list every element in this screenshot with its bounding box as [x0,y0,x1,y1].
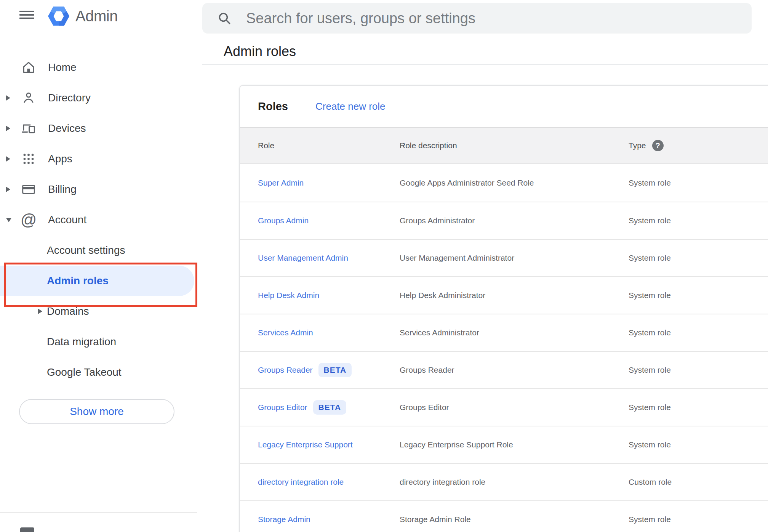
sidebar-item-account-settings[interactable]: Account settings [0,235,202,266]
sidebar-item-label: Apps [48,153,72,165]
sidebar-item-label: Home [48,61,77,74]
role-type: System role [629,216,768,225]
search-bar[interactable] [202,3,752,34]
sidebar-item-label: Google Takeout [47,366,122,378]
chevron-right-icon [6,126,10,131]
table-row: Help Desk Admin Help Desk Administrator … [240,276,768,314]
home-icon [21,60,36,75]
sidebar-item-domains[interactable]: Domains [0,296,202,327]
show-more-button[interactable]: Show more [19,399,174,424]
create-new-role-link[interactable]: Create new role [315,101,386,112]
role-description: directory integration role [400,478,629,487]
role-type: System role [629,291,768,300]
table-row: Groups Admin Groups Administrator System… [240,202,768,239]
sidebar-item-account[interactable]: @ Account [0,205,202,235]
chevron-right-icon [6,187,10,192]
role-type: System role [629,403,768,412]
header-divider [202,64,768,65]
chevron-right-icon [6,95,10,101]
admin-hexagon-icon [48,6,69,26]
sidebar-item-label: Devices [48,122,86,135]
sidebar-item-data-migration[interactable]: Data migration [0,327,202,357]
role-type: Custom role [629,478,768,487]
role-description: User Management Administrator [400,253,629,263]
sidebar-item-billing[interactable]: Billing [0,174,202,205]
chevron-right-icon [38,309,42,314]
roles-panel: Roles Create new role Role Role descript… [239,85,768,532]
role-type: System role [629,440,768,449]
role-description: Groups Administrator [400,216,629,225]
chevron-right-icon [6,156,10,162]
logo-text: Admin [75,6,118,26]
table-row: Groups Editor BETA Groups Editor System … [240,388,768,426]
table-row: Services Admin Services Administrator Sy… [240,314,768,351]
table-row: Super Admin Google Apps Administrator Se… [240,164,768,202]
column-header-description: Role description [400,141,629,150]
table-row: User Management Admin User Management Ad… [240,239,768,276]
sidebar-item-label: Admin roles [47,275,109,287]
column-header-role: Role [258,141,400,150]
show-more-label: Show more [70,405,124,418]
apps-grid-icon [21,152,36,166]
role-link[interactable]: Storage Admin [258,515,310,524]
sidebar: Admin Home [0,0,202,532]
role-description: Google Apps Administrator Seed Role [400,178,629,187]
sidebar-item-apps[interactable]: Apps [0,144,202,174]
sidebar-nav: Home Directory [0,52,202,388]
devices-icon [21,121,36,136]
admin-console-screen: Admin Home [0,0,768,532]
role-type: System role [629,178,768,187]
role-link[interactable]: Legacy Enterprise Support [258,440,353,449]
role-link[interactable]: Groups Reader [258,365,313,375]
sidebar-item-label: Billing [48,183,77,195]
search-input[interactable] [245,10,752,27]
chevron-down-icon [6,218,11,222]
role-link[interactable]: directory integration role [258,478,344,487]
sidebar-item-directory[interactable]: Directory [0,83,202,113]
role-description: Help Desk Administrator [400,291,629,300]
sidebar-item-label: Directory [48,92,91,104]
column-header-type: Type [629,141,646,150]
role-link[interactable]: Super Admin [258,178,304,187]
role-type: System role [629,365,768,375]
sidebar-divider [0,512,197,513]
panel-title: Roles [258,100,288,113]
help-icon[interactable]: ? [652,140,664,151]
sidebar-item-label: Account settings [47,244,125,256]
table-row: Legacy Enterprise Support Legacy Enterpr… [240,426,768,463]
role-link[interactable]: Groups Editor [258,403,307,412]
role-link[interactable]: User Management Admin [258,253,348,263]
role-description: Groups Editor [400,403,629,412]
roles-panel-header: Roles Create new role [240,86,768,127]
role-type: System role [629,253,768,263]
role-description: Services Administrator [400,328,629,337]
beta-badge: BETA [318,363,352,377]
sidebar-item-admin-roles[interactable]: Admin roles [0,266,194,296]
sidebar-item-devices[interactable]: Devices [0,113,202,144]
beta-badge: BETA [313,400,347,415]
table-header-row: Role Role description Type ? [240,127,768,164]
role-type: System role [629,328,768,337]
role-link[interactable]: Help Desk Admin [258,291,319,300]
role-link[interactable]: Services Admin [258,328,313,337]
search-icon [217,11,232,26]
table-row: Storage Admin Storage Admin Role System … [240,500,768,532]
table-row: Groups Reader BETA Groups Reader System … [240,351,768,388]
at-sign-icon: @ [21,213,36,227]
table-row: directory integration role directory int… [240,463,768,500]
role-description: Legacy Enterprise Support Role [400,440,629,449]
breadcrumb: Admin roles [224,43,296,59]
sidebar-item-home[interactable]: Home [0,52,202,83]
credit-card-icon [21,182,36,197]
role-type: System role [629,515,768,524]
role-description: Storage Admin Role [400,515,629,524]
person-icon [21,91,36,105]
sidebar-item-google-takeout[interactable]: Google Takeout [0,357,202,388]
role-description: Groups Reader [400,365,629,375]
partially-visible-icon [20,527,34,532]
sidebar-item-label: Domains [47,305,89,317]
admin-logo: Admin [48,6,118,26]
menu-icon[interactable] [19,11,34,20]
role-link[interactable]: Groups Admin [258,216,309,225]
sidebar-item-label: Data migration [47,336,116,348]
